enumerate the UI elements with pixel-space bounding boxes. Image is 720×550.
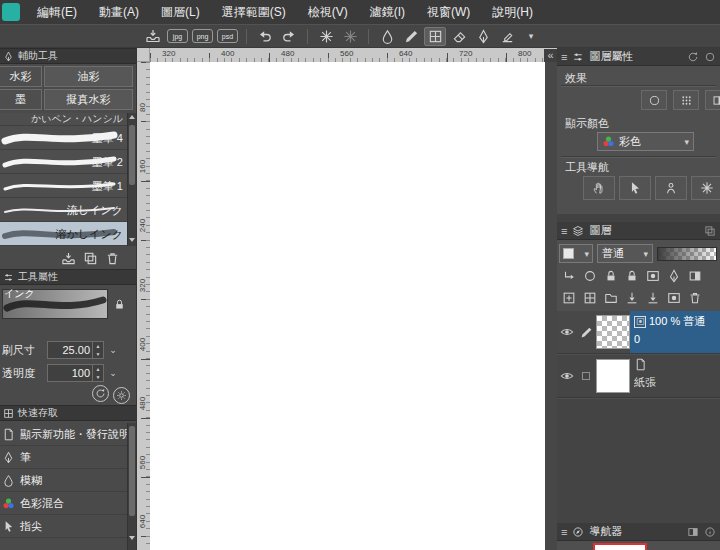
export-psd-button[interactable]: psd	[217, 29, 238, 43]
group-ink-button[interactable]: 墨	[0, 89, 42, 110]
canvas[interactable]	[150, 62, 545, 550]
collapse-panel-icon[interactable]: «	[544, 49, 557, 62]
tool-nav-object-button[interactable]	[655, 176, 687, 200]
layer-visibility-toggle[interactable]	[557, 325, 576, 339]
blend-tool-icon[interactable]	[376, 26, 398, 46]
tool-nav-cursor-button[interactable]	[619, 176, 651, 200]
spin-down-icon[interactable]: ▼	[93, 350, 103, 358]
layer-property-tab-icon[interactable]	[572, 51, 584, 63]
opacity-value[interactable]: 100	[48, 365, 92, 381]
panel-extra-icon[interactable]	[704, 51, 716, 63]
transfer-down-button[interactable]	[622, 289, 641, 307]
display-color-select[interactable]: 彩色 ▾	[597, 132, 694, 151]
menu-help[interactable]: 說明(H)	[481, 0, 544, 24]
layer-thumbnail[interactable]	[596, 315, 630, 349]
tool-property-panel-header[interactable]: 工具屬性	[0, 269, 137, 285]
menu-layer[interactable]: 圖層(L)	[150, 0, 211, 24]
menu-animation[interactable]: 動畫(A)	[88, 0, 150, 24]
info-tab-icon[interactable]	[704, 526, 716, 538]
brush-size-stepper[interactable]: 25.00 ▲▼	[47, 341, 104, 359]
brush-list-scrollbar[interactable]	[127, 113, 136, 246]
layer-editing-indicator[interactable]	[576, 326, 596, 339]
quick-access-scrollbar[interactable]	[127, 423, 136, 550]
navigator-tab-icon[interactable]	[572, 526, 584, 538]
new-vector-layer-button[interactable]	[580, 289, 599, 307]
layer-color-effect-button[interactable]	[705, 90, 720, 110]
menu-view[interactable]: 檢視(V)	[297, 0, 359, 24]
reference-layer-button[interactable]	[580, 267, 599, 285]
layer-row[interactable]: 100 % 普通 0	[557, 311, 720, 354]
edit-checkbox[interactable]	[582, 372, 590, 380]
scroll-up-icon[interactable]	[129, 115, 135, 119]
grid-icon[interactable]	[424, 27, 446, 46]
export-jpg-button[interactable]: jpg	[167, 29, 188, 43]
export-png-button[interactable]: png	[192, 29, 213, 43]
spin-up-icon[interactable]: ▲	[93, 365, 103, 373]
brush-list-item[interactable]: かいペン・ハンシル	[0, 113, 128, 126]
opacity-stepper[interactable]: 100 ▲▼	[47, 364, 104, 382]
brush-size-slider-icon[interactable]: ⌄	[107, 345, 119, 355]
brush-list-item[interactable]: 墨筆 4	[0, 126, 128, 150]
panel-menu-icon[interactable]: ≡	[561, 526, 567, 538]
pen-tool-icon[interactable]	[400, 26, 422, 46]
brush-list-item[interactable]: 墨筆 1	[0, 174, 128, 198]
brush-list-item-selected[interactable]: 溶かしインク	[0, 222, 128, 246]
ruler-range-button[interactable]	[664, 267, 683, 285]
layer-row[interactable]: 紙張	[557, 355, 720, 398]
enable-mask-button[interactable]	[643, 267, 662, 285]
layer-thumbnail[interactable]	[596, 359, 630, 393]
layers-tab-icon[interactable]	[572, 225, 584, 237]
group-watercolor-button[interactable]: 水彩	[0, 66, 42, 87]
rotate-reset-icon[interactable]	[339, 26, 361, 46]
scroll-down-icon[interactable]	[129, 238, 135, 242]
panel-menu-icon[interactable]: ≡	[561, 225, 567, 237]
quick-access-item[interactable]: 指尖	[0, 515, 128, 538]
layer-editing-indicator[interactable]	[576, 372, 596, 380]
spinner-arrows[interactable]: ▲▼	[92, 342, 103, 358]
layer-list-empty-area[interactable]	[557, 399, 720, 523]
export-icon[interactable]	[142, 26, 164, 46]
zoom-reset-icon[interactable]	[315, 26, 337, 46]
layer-info[interactable]: 紙張	[630, 355, 720, 397]
panel-menu-icon[interactable]: ≡	[561, 51, 567, 63]
eraser-tool-icon[interactable]	[448, 26, 470, 46]
panel-extra-icon[interactable]	[704, 225, 716, 237]
layer-info[interactable]: 100 % 普通 0	[630, 311, 720, 353]
reset-tool-property-button[interactable]	[92, 385, 109, 402]
subtool-detail-button[interactable]	[113, 387, 130, 404]
scroll-down-icon[interactable]	[129, 536, 135, 540]
delete-subtool-icon[interactable]	[105, 251, 120, 266]
group-oil-button[interactable]: 油彩	[44, 66, 133, 87]
group-real-watercolor-button[interactable]: 擬真水彩	[44, 89, 133, 110]
delete-layer-button[interactable]	[685, 289, 704, 307]
tool-nav-move-button[interactable]	[691, 176, 720, 200]
menu-filter[interactable]: 濾鏡(I)	[359, 0, 416, 24]
tool-nav-hand-button[interactable]	[583, 176, 615, 200]
quick-access-item[interactable]: 筆	[0, 446, 128, 469]
lock-layer-button[interactable]	[601, 267, 620, 285]
scrollbar-thumb[interactable]	[129, 125, 135, 185]
quick-access-item[interactable]: 模糊	[0, 469, 128, 492]
nib-tool-icon[interactable]	[472, 26, 494, 46]
quick-access-item[interactable]: 顯示新功能・發行說明	[0, 423, 128, 446]
menu-edit[interactable]: 編輯(E)	[26, 0, 88, 24]
merge-down-button[interactable]	[643, 289, 662, 307]
redo-icon[interactable]	[278, 26, 300, 46]
brush-size-value[interactable]: 25.00	[48, 342, 92, 358]
subtool-panel-header[interactable]: 輔助工具	[0, 48, 137, 64]
spinner-arrows[interactable]: ▲▼	[92, 365, 103, 381]
quick-access-panel-header[interactable]: 快速存取	[0, 405, 137, 421]
brush-list-item[interactable]: 流しインク	[0, 198, 128, 222]
layer-visibility-toggle[interactable]	[557, 369, 576, 383]
new-folder-button[interactable]	[601, 289, 620, 307]
palette-color-select[interactable]: ▾	[559, 244, 593, 263]
layer-color-button[interactable]	[685, 267, 704, 285]
tone-effect-button[interactable]	[673, 90, 699, 110]
subview-tab-icon[interactable]	[687, 526, 699, 538]
layer-opacity-slider[interactable]	[657, 247, 717, 261]
scrollbar-thumb[interactable]	[129, 426, 135, 516]
opacity-slider-icon[interactable]: ⌄	[107, 368, 119, 378]
new-layer-button[interactable]	[559, 289, 578, 307]
menu-selection[interactable]: 選擇範圍(S)	[211, 0, 297, 24]
import-subtool-icon[interactable]	[61, 251, 76, 266]
